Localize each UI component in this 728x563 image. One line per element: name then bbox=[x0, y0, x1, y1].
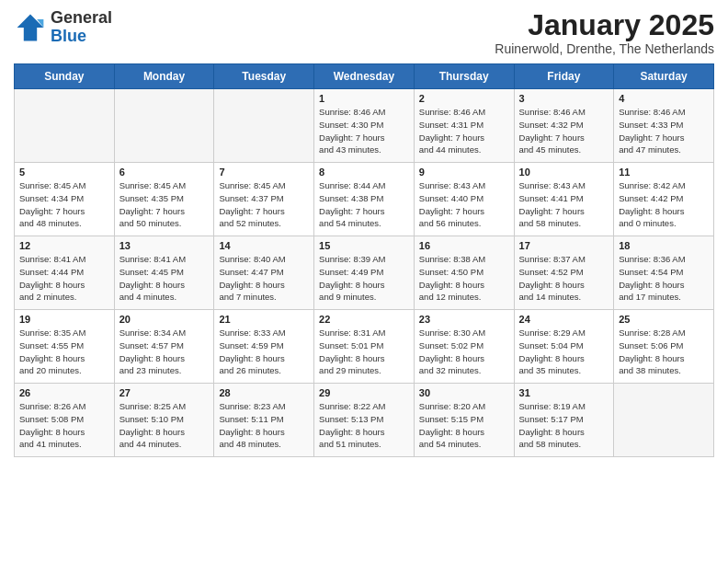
weekday-header-sunday: Sunday bbox=[15, 64, 115, 89]
calendar-cell: 11Sunrise: 8:42 AM Sunset: 4:42 PM Dayli… bbox=[614, 163, 714, 236]
day-info: Sunrise: 8:37 AM Sunset: 4:52 PM Dayligh… bbox=[519, 253, 609, 304]
weekday-header-row: SundayMondayTuesdayWednesdayThursdayFrid… bbox=[15, 64, 714, 89]
location-text: Ruinerwold, Drenthe, The Netherlands bbox=[495, 41, 714, 56]
calendar-cell: 23Sunrise: 8:30 AM Sunset: 5:02 PM Dayli… bbox=[414, 310, 514, 384]
day-info: Sunrise: 8:23 AM Sunset: 5:11 PM Dayligh… bbox=[219, 400, 309, 451]
calendar-cell: 4Sunrise: 8:46 AM Sunset: 4:33 PM Daylig… bbox=[614, 89, 714, 163]
day-number: 20 bbox=[119, 314, 210, 325]
day-number: 28 bbox=[219, 387, 309, 398]
calendar-week-row: 12Sunrise: 8:41 AM Sunset: 4:44 PM Dayli… bbox=[15, 236, 714, 310]
day-number: 13 bbox=[119, 240, 210, 251]
logo: General Blue bbox=[14, 9, 112, 46]
day-number: 9 bbox=[419, 167, 509, 178]
title-block: January 2025 Ruinerwold, Drenthe, The Ne… bbox=[495, 9, 714, 56]
calendar-cell: 10Sunrise: 8:43 AM Sunset: 4:41 PM Dayli… bbox=[514, 163, 614, 236]
day-info: Sunrise: 8:20 AM Sunset: 5:15 PM Dayligh… bbox=[419, 400, 509, 451]
day-number: 3 bbox=[519, 93, 609, 104]
day-info: Sunrise: 8:45 AM Sunset: 4:34 PM Dayligh… bbox=[19, 179, 109, 230]
logo-icon bbox=[14, 11, 47, 44]
day-info: Sunrise: 8:46 AM Sunset: 4:31 PM Dayligh… bbox=[419, 106, 509, 156]
day-info: Sunrise: 8:43 AM Sunset: 4:40 PM Dayligh… bbox=[419, 179, 509, 230]
weekday-header-friday: Friday bbox=[514, 64, 614, 89]
calendar-cell: 16Sunrise: 8:38 AM Sunset: 4:50 PM Dayli… bbox=[414, 236, 514, 310]
calendar-cell: 15Sunrise: 8:39 AM Sunset: 4:49 PM Dayli… bbox=[314, 236, 415, 310]
day-number: 26 bbox=[19, 387, 109, 398]
calendar-cell bbox=[214, 89, 314, 163]
weekday-header-thursday: Thursday bbox=[414, 64, 514, 89]
calendar-cell: 3Sunrise: 8:46 AM Sunset: 4:32 PM Daylig… bbox=[514, 89, 614, 163]
calendar-cell: 5Sunrise: 8:45 AM Sunset: 4:34 PM Daylig… bbox=[15, 163, 115, 236]
calendar-cell: 1Sunrise: 8:46 AM Sunset: 4:30 PM Daylig… bbox=[314, 89, 415, 163]
weekday-header-monday: Monday bbox=[114, 64, 214, 89]
day-number: 23 bbox=[419, 314, 509, 325]
calendar-cell: 9Sunrise: 8:43 AM Sunset: 4:40 PM Daylig… bbox=[414, 163, 514, 236]
day-number: 7 bbox=[219, 167, 309, 178]
calendar-cell: 13Sunrise: 8:41 AM Sunset: 4:45 PM Dayli… bbox=[114, 236, 214, 310]
day-number: 19 bbox=[19, 314, 109, 325]
calendar-cell: 14Sunrise: 8:40 AM Sunset: 4:47 PM Dayli… bbox=[214, 236, 314, 310]
day-info: Sunrise: 8:45 AM Sunset: 4:35 PM Dayligh… bbox=[119, 179, 210, 230]
day-info: Sunrise: 8:41 AM Sunset: 4:45 PM Dayligh… bbox=[119, 253, 210, 304]
day-number: 5 bbox=[19, 167, 109, 178]
calendar-week-row: 19Sunrise: 8:35 AM Sunset: 4:55 PM Dayli… bbox=[15, 310, 714, 384]
day-number: 24 bbox=[519, 314, 609, 325]
calendar-cell: 28Sunrise: 8:23 AM Sunset: 5:11 PM Dayli… bbox=[214, 384, 314, 457]
svg-marker-0 bbox=[17, 14, 44, 40]
calendar-cell: 26Sunrise: 8:26 AM Sunset: 5:08 PM Dayli… bbox=[15, 384, 115, 457]
day-number: 6 bbox=[119, 167, 210, 178]
day-number: 29 bbox=[319, 387, 409, 398]
day-info: Sunrise: 8:46 AM Sunset: 4:30 PM Dayligh… bbox=[319, 106, 409, 156]
day-info: Sunrise: 8:41 AM Sunset: 4:44 PM Dayligh… bbox=[19, 253, 109, 304]
day-info: Sunrise: 8:34 AM Sunset: 4:57 PM Dayligh… bbox=[119, 327, 210, 377]
day-number: 12 bbox=[19, 240, 109, 251]
day-number: 16 bbox=[419, 240, 509, 251]
calendar-cell: 12Sunrise: 8:41 AM Sunset: 4:44 PM Dayli… bbox=[15, 236, 115, 310]
calendar-cell: 7Sunrise: 8:45 AM Sunset: 4:37 PM Daylig… bbox=[214, 163, 314, 236]
day-number: 31 bbox=[519, 387, 609, 398]
calendar-cell: 8Sunrise: 8:44 AM Sunset: 4:38 PM Daylig… bbox=[314, 163, 415, 236]
day-number: 10 bbox=[519, 167, 609, 178]
day-info: Sunrise: 8:46 AM Sunset: 4:33 PM Dayligh… bbox=[619, 106, 709, 156]
calendar-cell: 18Sunrise: 8:36 AM Sunset: 4:54 PM Dayli… bbox=[614, 236, 714, 310]
weekday-header-wednesday: Wednesday bbox=[314, 64, 415, 89]
calendar-week-row: 1Sunrise: 8:46 AM Sunset: 4:30 PM Daylig… bbox=[15, 89, 714, 163]
day-info: Sunrise: 8:28 AM Sunset: 5:06 PM Dayligh… bbox=[619, 327, 709, 377]
day-info: Sunrise: 8:40 AM Sunset: 4:47 PM Dayligh… bbox=[219, 253, 309, 304]
day-number: 30 bbox=[419, 387, 509, 398]
calendar-table: SundayMondayTuesdayWednesdayThursdayFrid… bbox=[14, 63, 714, 457]
day-number: 27 bbox=[119, 387, 210, 398]
day-info: Sunrise: 8:26 AM Sunset: 5:08 PM Dayligh… bbox=[19, 400, 109, 451]
day-info: Sunrise: 8:33 AM Sunset: 4:59 PM Dayligh… bbox=[219, 327, 309, 377]
weekday-header-tuesday: Tuesday bbox=[214, 64, 314, 89]
day-info: Sunrise: 8:36 AM Sunset: 4:54 PM Dayligh… bbox=[619, 253, 709, 304]
day-info: Sunrise: 8:25 AM Sunset: 5:10 PM Dayligh… bbox=[119, 400, 210, 451]
calendar-cell: 2Sunrise: 8:46 AM Sunset: 4:31 PM Daylig… bbox=[414, 89, 514, 163]
calendar-cell bbox=[15, 89, 115, 163]
calendar-cell bbox=[614, 384, 714, 457]
day-info: Sunrise: 8:39 AM Sunset: 4:49 PM Dayligh… bbox=[319, 253, 409, 304]
day-info: Sunrise: 8:43 AM Sunset: 4:41 PM Dayligh… bbox=[519, 179, 609, 230]
day-info: Sunrise: 8:45 AM Sunset: 4:37 PM Dayligh… bbox=[219, 179, 309, 230]
calendar-cell: 20Sunrise: 8:34 AM Sunset: 4:57 PM Dayli… bbox=[114, 310, 214, 384]
weekday-header-saturday: Saturday bbox=[614, 64, 714, 89]
calendar-cell: 17Sunrise: 8:37 AM Sunset: 4:52 PM Dayli… bbox=[514, 236, 614, 310]
calendar-cell: 19Sunrise: 8:35 AM Sunset: 4:55 PM Dayli… bbox=[15, 310, 115, 384]
day-info: Sunrise: 8:30 AM Sunset: 5:02 PM Dayligh… bbox=[419, 327, 509, 377]
day-number: 22 bbox=[319, 314, 409, 325]
day-number: 25 bbox=[619, 314, 709, 325]
day-number: 18 bbox=[619, 240, 709, 251]
calendar-week-row: 26Sunrise: 8:26 AM Sunset: 5:08 PM Dayli… bbox=[15, 384, 714, 457]
day-number: 21 bbox=[219, 314, 309, 325]
day-number: 17 bbox=[519, 240, 609, 251]
day-number: 1 bbox=[319, 93, 409, 104]
calendar-cell: 21Sunrise: 8:33 AM Sunset: 4:59 PM Dayli… bbox=[214, 310, 314, 384]
day-info: Sunrise: 8:19 AM Sunset: 5:17 PM Dayligh… bbox=[519, 400, 609, 451]
calendar-cell: 25Sunrise: 8:28 AM Sunset: 5:06 PM Dayli… bbox=[614, 310, 714, 384]
calendar-cell: 22Sunrise: 8:31 AM Sunset: 5:01 PM Dayli… bbox=[314, 310, 415, 384]
month-title: January 2025 bbox=[495, 9, 714, 41]
day-number: 15 bbox=[319, 240, 409, 251]
day-number: 11 bbox=[619, 167, 709, 178]
calendar-cell: 31Sunrise: 8:19 AM Sunset: 5:17 PM Dayli… bbox=[514, 384, 614, 457]
day-info: Sunrise: 8:29 AM Sunset: 5:04 PM Dayligh… bbox=[519, 327, 609, 377]
calendar-cell: 27Sunrise: 8:25 AM Sunset: 5:10 PM Dayli… bbox=[114, 384, 214, 457]
